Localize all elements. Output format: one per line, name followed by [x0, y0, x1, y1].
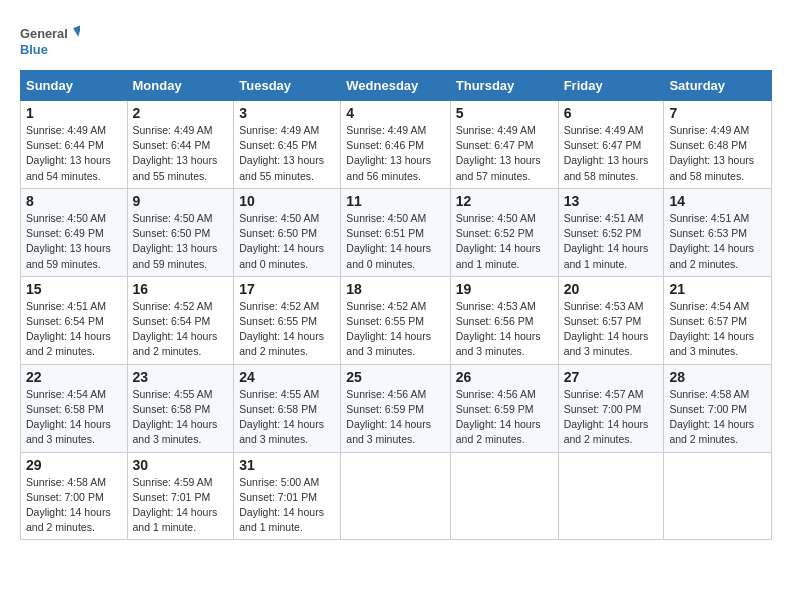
logo-svg: General Blue	[20, 20, 80, 62]
day-number: 15	[26, 281, 122, 297]
day-info: Sunrise: 4:56 AMSunset: 6:59 PMDaylight:…	[346, 388, 431, 446]
day-info: Sunrise: 4:50 AMSunset: 6:50 PMDaylight:…	[239, 212, 324, 270]
day-info: Sunrise: 4:49 AMSunset: 6:46 PMDaylight:…	[346, 124, 431, 182]
day-number: 30	[133, 457, 229, 473]
day-number: 7	[669, 105, 766, 121]
week-row-4: 22 Sunrise: 4:54 AMSunset: 6:58 PMDaylig…	[21, 364, 772, 452]
day-info: Sunrise: 4:50 AMSunset: 6:51 PMDaylight:…	[346, 212, 431, 270]
day-info: Sunrise: 5:00 AMSunset: 7:01 PMDaylight:…	[239, 476, 324, 534]
day-cell: 19 Sunrise: 4:53 AMSunset: 6:56 PMDaylig…	[450, 276, 558, 364]
day-number: 4	[346, 105, 444, 121]
day-cell: 7 Sunrise: 4:49 AMSunset: 6:48 PMDayligh…	[664, 101, 772, 189]
day-number: 31	[239, 457, 335, 473]
day-info: Sunrise: 4:49 AMSunset: 6:44 PMDaylight:…	[26, 124, 111, 182]
day-info: Sunrise: 4:55 AMSunset: 6:58 PMDaylight:…	[133, 388, 218, 446]
day-info: Sunrise: 4:55 AMSunset: 6:58 PMDaylight:…	[239, 388, 324, 446]
day-number: 19	[456, 281, 553, 297]
day-cell: 24 Sunrise: 4:55 AMSunset: 6:58 PMDaylig…	[234, 364, 341, 452]
day-cell	[341, 452, 450, 540]
day-number: 2	[133, 105, 229, 121]
day-number: 21	[669, 281, 766, 297]
header: General Blue	[20, 20, 772, 62]
day-number: 8	[26, 193, 122, 209]
day-number: 16	[133, 281, 229, 297]
day-cell: 23 Sunrise: 4:55 AMSunset: 6:58 PMDaylig…	[127, 364, 234, 452]
day-info: Sunrise: 4:53 AMSunset: 6:57 PMDaylight:…	[564, 300, 649, 358]
day-number: 3	[239, 105, 335, 121]
day-cell: 2 Sunrise: 4:49 AMSunset: 6:44 PMDayligh…	[127, 101, 234, 189]
day-cell: 1 Sunrise: 4:49 AMSunset: 6:44 PMDayligh…	[21, 101, 128, 189]
day-info: Sunrise: 4:49 AMSunset: 6:47 PMDaylight:…	[564, 124, 649, 182]
svg-marker-2	[73, 25, 80, 37]
day-number: 13	[564, 193, 659, 209]
day-cell: 25 Sunrise: 4:56 AMSunset: 6:59 PMDaylig…	[341, 364, 450, 452]
day-info: Sunrise: 4:56 AMSunset: 6:59 PMDaylight:…	[456, 388, 541, 446]
day-info: Sunrise: 4:52 AMSunset: 6:55 PMDaylight:…	[239, 300, 324, 358]
day-number: 18	[346, 281, 444, 297]
day-info: Sunrise: 4:59 AMSunset: 7:01 PMDaylight:…	[133, 476, 218, 534]
day-number: 22	[26, 369, 122, 385]
day-info: Sunrise: 4:53 AMSunset: 6:56 PMDaylight:…	[456, 300, 541, 358]
day-cell: 14 Sunrise: 4:51 AMSunset: 6:53 PMDaylig…	[664, 188, 772, 276]
day-cell	[664, 452, 772, 540]
svg-text:Blue: Blue	[20, 42, 48, 57]
day-cell: 4 Sunrise: 4:49 AMSunset: 6:46 PMDayligh…	[341, 101, 450, 189]
day-info: Sunrise: 4:58 AMSunset: 7:00 PMDaylight:…	[669, 388, 754, 446]
day-cell: 29 Sunrise: 4:58 AMSunset: 7:00 PMDaylig…	[21, 452, 128, 540]
day-number: 28	[669, 369, 766, 385]
logo: General Blue	[20, 20, 80, 62]
day-cell	[558, 452, 664, 540]
day-cell: 20 Sunrise: 4:53 AMSunset: 6:57 PMDaylig…	[558, 276, 664, 364]
day-info: Sunrise: 4:49 AMSunset: 6:45 PMDaylight:…	[239, 124, 324, 182]
day-number: 5	[456, 105, 553, 121]
col-header-thursday: Thursday	[450, 71, 558, 101]
day-number: 29	[26, 457, 122, 473]
day-cell: 11 Sunrise: 4:50 AMSunset: 6:51 PMDaylig…	[341, 188, 450, 276]
col-header-monday: Monday	[127, 71, 234, 101]
day-cell: 5 Sunrise: 4:49 AMSunset: 6:47 PMDayligh…	[450, 101, 558, 189]
day-info: Sunrise: 4:52 AMSunset: 6:55 PMDaylight:…	[346, 300, 431, 358]
day-cell: 27 Sunrise: 4:57 AMSunset: 7:00 PMDaylig…	[558, 364, 664, 452]
day-cell: 21 Sunrise: 4:54 AMSunset: 6:57 PMDaylig…	[664, 276, 772, 364]
day-info: Sunrise: 4:49 AMSunset: 6:47 PMDaylight:…	[456, 124, 541, 182]
day-info: Sunrise: 4:50 AMSunset: 6:50 PMDaylight:…	[133, 212, 218, 270]
day-cell: 26 Sunrise: 4:56 AMSunset: 6:59 PMDaylig…	[450, 364, 558, 452]
day-info: Sunrise: 4:50 AMSunset: 6:49 PMDaylight:…	[26, 212, 111, 270]
day-number: 27	[564, 369, 659, 385]
col-header-sunday: Sunday	[21, 71, 128, 101]
day-info: Sunrise: 4:49 AMSunset: 6:48 PMDaylight:…	[669, 124, 754, 182]
day-cell: 18 Sunrise: 4:52 AMSunset: 6:55 PMDaylig…	[341, 276, 450, 364]
calendar-table: SundayMondayTuesdayWednesdayThursdayFrid…	[20, 70, 772, 540]
day-number: 17	[239, 281, 335, 297]
day-info: Sunrise: 4:51 AMSunset: 6:54 PMDaylight:…	[26, 300, 111, 358]
day-number: 14	[669, 193, 766, 209]
day-info: Sunrise: 4:54 AMSunset: 6:57 PMDaylight:…	[669, 300, 754, 358]
week-row-1: 1 Sunrise: 4:49 AMSunset: 6:44 PMDayligh…	[21, 101, 772, 189]
week-row-5: 29 Sunrise: 4:58 AMSunset: 7:00 PMDaylig…	[21, 452, 772, 540]
day-cell	[450, 452, 558, 540]
col-header-saturday: Saturday	[664, 71, 772, 101]
day-number: 10	[239, 193, 335, 209]
day-cell: 22 Sunrise: 4:54 AMSunset: 6:58 PMDaylig…	[21, 364, 128, 452]
day-cell: 16 Sunrise: 4:52 AMSunset: 6:54 PMDaylig…	[127, 276, 234, 364]
day-number: 25	[346, 369, 444, 385]
day-number: 12	[456, 193, 553, 209]
day-cell: 8 Sunrise: 4:50 AMSunset: 6:49 PMDayligh…	[21, 188, 128, 276]
day-info: Sunrise: 4:51 AMSunset: 6:53 PMDaylight:…	[669, 212, 754, 270]
day-cell: 30 Sunrise: 4:59 AMSunset: 7:01 PMDaylig…	[127, 452, 234, 540]
day-cell: 15 Sunrise: 4:51 AMSunset: 6:54 PMDaylig…	[21, 276, 128, 364]
day-cell: 10 Sunrise: 4:50 AMSunset: 6:50 PMDaylig…	[234, 188, 341, 276]
day-number: 9	[133, 193, 229, 209]
day-cell: 6 Sunrise: 4:49 AMSunset: 6:47 PMDayligh…	[558, 101, 664, 189]
day-number: 23	[133, 369, 229, 385]
week-row-2: 8 Sunrise: 4:50 AMSunset: 6:49 PMDayligh…	[21, 188, 772, 276]
day-cell: 3 Sunrise: 4:49 AMSunset: 6:45 PMDayligh…	[234, 101, 341, 189]
day-number: 24	[239, 369, 335, 385]
col-header-tuesday: Tuesday	[234, 71, 341, 101]
day-cell: 31 Sunrise: 5:00 AMSunset: 7:01 PMDaylig…	[234, 452, 341, 540]
day-cell: 13 Sunrise: 4:51 AMSunset: 6:52 PMDaylig…	[558, 188, 664, 276]
day-info: Sunrise: 4:58 AMSunset: 7:00 PMDaylight:…	[26, 476, 111, 534]
day-cell: 28 Sunrise: 4:58 AMSunset: 7:00 PMDaylig…	[664, 364, 772, 452]
day-number: 20	[564, 281, 659, 297]
day-info: Sunrise: 4:49 AMSunset: 6:44 PMDaylight:…	[133, 124, 218, 182]
